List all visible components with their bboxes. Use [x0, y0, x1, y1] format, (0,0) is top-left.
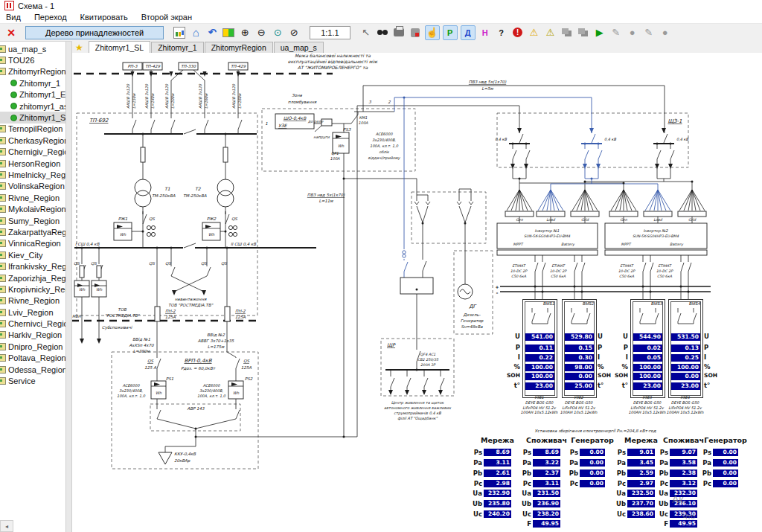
tab-Zhitomyr1_SL[interactable]: Zhitomyr1_SL — [89, 41, 150, 53]
battery-value-SOH: 100.00 — [633, 373, 662, 380]
tree-item-zhitomyr1_asoe[interactable]: zhitomyr1_asoe — [0, 100, 65, 112]
trend-chart-icon[interactable] — [173, 26, 186, 39]
battery-value-%: 100.00 — [525, 364, 554, 371]
pan-hand-icon[interactable]: ☝ — [425, 25, 440, 40]
mode-d-button[interactable]: Д — [461, 25, 476, 40]
zoom-area-icon[interactable]: ⊙ — [271, 26, 284, 39]
battery-row-label: P — [612, 344, 628, 351]
schematic-label: QS — [221, 261, 227, 266]
tree-item-Lviv_Region[interactable]: Lviv_Region — [0, 307, 65, 318]
battery-unit-1[interactable]: BMS1541.000.110.22100.00100.0023.00 — [522, 299, 557, 398]
tree-item-Poltava_Region[interactable]: Poltava_Region — [0, 353, 65, 364]
tree-item-Kropivnicky_Region[interactable]: Kropivnicky_Region — [0, 283, 65, 295]
tree-item-Zhitomyr1_EM[interactable]: Zhitomyr1_EM — [0, 89, 65, 100]
operator-icon[interactable] — [409, 26, 422, 39]
battery-value-t°: 25.00 — [565, 382, 594, 390]
tree-item-ZhitomyrRegion[interactable]: ZhitomyrRegion — [0, 66, 65, 77]
tree-item-Odessa_Region[interactable]: Odessa_Region — [0, 364, 65, 375]
tree-item-HersonRegion[interactable]: HersonRegion — [0, 158, 65, 169]
layers-icon[interactable] — [560, 26, 574, 39]
zoom-out-icon[interactable]: ⊖ — [254, 26, 268, 39]
tree-item-Zhitomyr_1[interactable]: Zhitomyr_1 — [0, 77, 65, 89]
schematic-label: АТ "ЖИТОМИРОБЛЕНЕРГО" та — [298, 65, 368, 70]
tree-item-TOU26[interactable]: TOU26 — [0, 54, 65, 65]
indicator-icon[interactable] — [222, 26, 235, 39]
scale-display[interactable]: 1:1.1 — [310, 26, 350, 39]
meter-value-Pa: 3.22 — [533, 459, 560, 467]
meter-value-Pc: 0.00 — [713, 480, 738, 487]
tree-item-Rivne_Region[interactable]: Rivne_Region — [0, 295, 65, 307]
tree-panel-button[interactable]: Дерево принадлежностей — [25, 26, 164, 39]
mode-n-button[interactable]: Н — [478, 26, 492, 39]
tree-item-VolinskaRegion[interactable]: VolinskaRegion — [0, 181, 65, 192]
print-icon[interactable] — [392, 26, 406, 39]
tree-item-ZakarpattyaRegion[interactable]: ZakarpattyaRegion — [0, 226, 65, 237]
tree-item-Chernigiv_Region[interactable]: Chernigiv_Region — [0, 147, 65, 158]
meter-value-Uc: 240.20 — [484, 510, 511, 518]
schematic-canvas[interactable]: Межа балансової належності таексплуатаці… — [72, 53, 762, 532]
close-icon[interactable]: ✕ — [4, 26, 18, 39]
edit-pen-icon: ✎ — [609, 26, 623, 39]
undo-arrow-icon[interactable]: ↶ — [205, 26, 219, 39]
alarm-icon[interactable]: ! — [511, 26, 525, 39]
battery-unit-2[interactable]: BMS2529.800.150.3098.000.0025.00 — [562, 299, 597, 398]
warning-icon[interactable]: ⚠ — [528, 26, 541, 39]
tree-item-ua_map_s[interactable]: ua_map_s — [0, 43, 65, 54]
schematic-label: ЩЗ-1 — [667, 118, 682, 124]
schematic-label: Інвертор №2 — [643, 228, 668, 234]
tree-item-MykolaivRegion[interactable]: MykolaivRegion — [0, 203, 65, 214]
mode-r-button[interactable]: Р — [443, 25, 458, 40]
tree-item-CherkasyRegion[interactable]: CherkasyRegion — [0, 135, 65, 146]
battery-unit-4[interactable]: BMS4531.500.130.25100.000.0023.00 — [668, 299, 703, 398]
battery-row-label: t° — [704, 382, 720, 389]
layers2-icon[interactable] — [577, 26, 590, 39]
tree-item-Sumy_Region[interactable]: Sumy_Region — [0, 215, 65, 226]
battery-row-label: P — [504, 344, 520, 351]
run-icon[interactable]: ▶ — [593, 26, 606, 39]
tree-item-Service[interactable]: Service — [0, 375, 65, 386]
warning-ack-icon[interactable]: ⚠ — [544, 26, 557, 39]
tab-ZhitomyrRegion[interactable]: ZhitomyrRegion — [205, 42, 273, 53]
tree-item-label: Zhitomyr1_EM — [19, 90, 65, 99]
pointer-icon[interactable]: ↖ — [359, 26, 373, 39]
search-binoculars-icon[interactable] — [376, 26, 389, 39]
schematic-label: Wh — [233, 391, 240, 395]
favorite-star-icon[interactable]: ★ — [75, 42, 83, 53]
zoom-in-icon[interactable]: ⊕ — [238, 26, 252, 39]
tree-item-Hmelnicky_Region[interactable]: Hmelnicky_Region — [0, 169, 65, 180]
meter-label-Ps: Ps — [650, 449, 668, 456]
tree-item-Rivne_Region[interactable]: Rivne_Region — [0, 192, 65, 203]
node-status-icon — [10, 115, 17, 121]
panel-splitter[interactable] — [65, 42, 72, 532]
menu-item-0[interactable]: Вид — [6, 13, 21, 22]
battery-unit-3[interactable]: BMS3544.900.020.05100.00100.0023.00 — [630, 299, 665, 398]
tree-item-label: Chernigiv_Region — [8, 147, 65, 156]
battery-caption: УЗЕ4DEYE BOS-G50LiFePO4 HV 51.2v100AH 10… — [661, 395, 710, 415]
menu-item-1[interactable]: Переход — [34, 13, 67, 22]
tree-item-Kiev_City[interactable]: Kiev_City — [0, 249, 65, 260]
zoom-reset-icon[interactable]: ⊘ — [287, 26, 301, 39]
tab-Zhitomyr_1[interactable]: Zhitomyr_1 — [151, 42, 204, 53]
home-icon[interactable]: ⌂ — [189, 26, 202, 39]
tab-ua_map_s[interactable]: ua_map_s — [274, 42, 324, 53]
tree-item-Harkiv_Region[interactable]: Harkiv_Region — [0, 330, 65, 341]
tree-item-label: zhitomyr1_asoe — [19, 102, 65, 111]
help-button[interactable]: ? — [495, 26, 508, 39]
tree-item-Dnipro_Region[interactable]: Dnipro_Region — [0, 341, 65, 352]
menu-item-2[interactable]: Квитировать — [80, 13, 128, 22]
tree-item-Ifrankivsky_Region[interactable]: Ifrankivsky_Region — [0, 260, 65, 272]
tree-item-TernopilRegion[interactable]: TernopilRegion — [0, 124, 65, 135]
sidebar-scrollbar[interactable]: ◂ — [0, 520, 13, 532]
tree-item-Zaporizhja_Region[interactable]: Zaporizhja_Region — [0, 272, 65, 283]
schematic-label: філії АТ "Ощадбанк" — [397, 416, 438, 421]
battery-row-label: % — [612, 363, 628, 371]
schematic-label: Wh — [96, 287, 103, 292]
schematic-label: Зона — [292, 93, 302, 97]
menu-item-3[interactable]: Второй экран — [141, 13, 192, 22]
tree-item-VinnicaRegion[interactable]: VinnicaRegion — [0, 238, 65, 249]
schematic-label: Wh — [120, 232, 127, 237]
schematic-label: ТП-330 — [181, 64, 196, 68]
tree-item-Chernivci_Region[interactable]: Chernivci_Region — [0, 318, 65, 329]
tree-item-Zhitomyr1_SL[interactable]: Zhitomyr1_SL — [0, 112, 65, 123]
tree-item-label: Odessa_Region — [8, 365, 65, 374]
